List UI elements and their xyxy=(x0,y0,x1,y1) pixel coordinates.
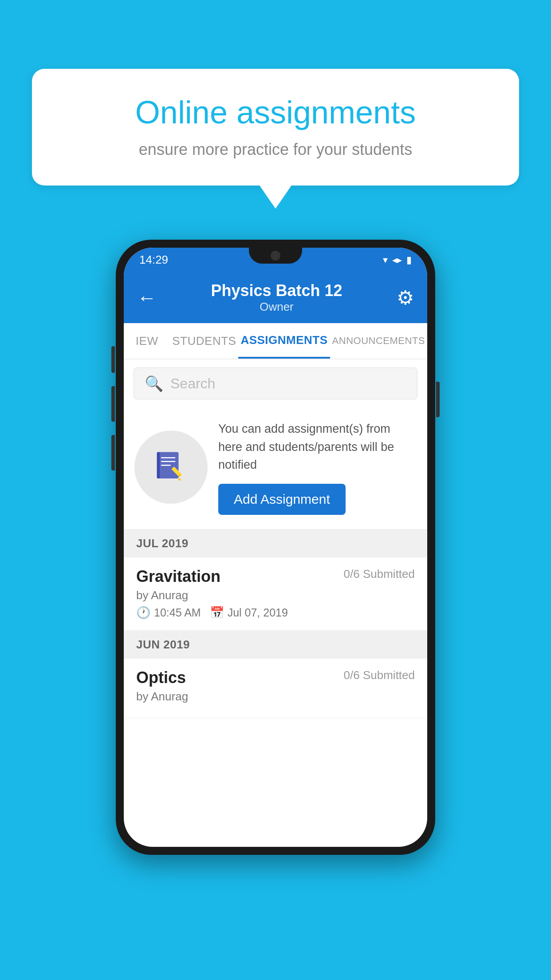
speech-bubble-subtitle: ensure more practice for your students xyxy=(61,140,490,159)
header-title-block: Physics Batch 12 Owner xyxy=(211,281,342,314)
speech-bubble: Online assignments ensure more practice … xyxy=(32,69,519,186)
clock-icon: 🕐 xyxy=(136,606,150,620)
volume-down-button xyxy=(111,435,115,470)
assignment-submitted: 0/6 Submitted xyxy=(344,567,415,581)
app-header: ← Physics Batch 12 Owner ⚙ xyxy=(124,272,427,323)
content-area: 🔍 Search xyxy=(124,360,427,718)
promo-text-block: You can add assignment(s) from here and … xyxy=(218,420,417,515)
phone-notch xyxy=(249,248,302,264)
battery-icon: ▮ xyxy=(406,254,412,266)
back-button[interactable]: ← xyxy=(137,287,157,309)
tab-announcements[interactable]: ANNOUNCEMENTS xyxy=(330,323,427,359)
status-time: 14:29 xyxy=(139,253,168,267)
meta-time: 🕐 10:45 AM xyxy=(136,606,201,620)
search-icon: 🔍 xyxy=(145,375,163,392)
section-header-jun: JUN 2019 xyxy=(124,631,427,659)
assignment-item-optics[interactable]: Optics 0/6 Submitted by Anurag xyxy=(124,659,427,718)
signal-icon: ◂▸ xyxy=(392,254,402,266)
power-button xyxy=(436,382,440,417)
settings-icon[interactable]: ⚙ xyxy=(397,286,414,309)
svg-rect-1 xyxy=(157,452,160,479)
tab-students[interactable]: STUDENTS xyxy=(170,323,238,359)
volume-up-button xyxy=(111,386,115,422)
meta-date-value: Jul 07, 2019 xyxy=(228,606,288,619)
speech-bubble-title: Online assignments xyxy=(61,93,490,131)
notebook-icon xyxy=(152,448,190,486)
section-header-jul: JUL 2019 xyxy=(124,530,427,557)
front-camera xyxy=(271,251,280,261)
assignment-name: Gravitation xyxy=(136,567,220,586)
assignment-item-gravitation[interactable]: Gravitation 0/6 Submitted by Anurag 🕐 10… xyxy=(124,557,427,631)
status-icons: ▾ ◂▸ ▮ xyxy=(383,254,412,266)
search-input[interactable]: Search xyxy=(170,375,215,392)
mute-button xyxy=(111,346,115,373)
assignment-top-row-optics: Optics 0/6 Submitted xyxy=(136,668,415,687)
calendar-icon: 📅 xyxy=(210,606,224,620)
wifi-icon: ▾ xyxy=(383,254,388,266)
promo-icon-circle xyxy=(134,431,208,504)
tabs-bar: IEW STUDENTS ASSIGNMENTS ANNOUNCEMENTS xyxy=(124,323,427,360)
meta-date: 📅 Jul 07, 2019 xyxy=(210,606,288,620)
promo-description: You can add assignment(s) from here and … xyxy=(218,420,417,474)
tab-overview[interactable]: IEW xyxy=(124,323,170,359)
header-subtitle: Owner xyxy=(211,300,342,314)
assignment-meta: 🕐 10:45 AM 📅 Jul 07, 2019 xyxy=(136,606,415,620)
assignment-by: by Anurag xyxy=(136,589,415,602)
add-assignment-button[interactable]: Add Assignment xyxy=(218,484,346,515)
search-bar[interactable]: 🔍 Search xyxy=(134,368,417,399)
assignment-submitted-optics: 0/6 Submitted xyxy=(344,668,415,682)
phone-outer-shell: 14:29 ▾ ◂▸ ▮ ← Physics Batch 12 Owner ⚙ … xyxy=(116,240,435,855)
phone-screen: 14:29 ▾ ◂▸ ▮ ← Physics Batch 12 Owner ⚙ … xyxy=(124,248,427,847)
promo-block: You can add assignment(s) from here and … xyxy=(124,407,427,530)
tab-assignments[interactable]: ASSIGNMENTS xyxy=(238,323,330,359)
assignment-name-optics: Optics xyxy=(136,668,186,687)
meta-time-value: 10:45 AM xyxy=(154,606,201,619)
search-container: 🔍 Search xyxy=(124,360,427,407)
phone-mockup: 14:29 ▾ ◂▸ ▮ ← Physics Batch 12 Owner ⚙ … xyxy=(116,240,435,855)
header-title: Physics Batch 12 xyxy=(211,281,342,300)
assignment-top-row: Gravitation 0/6 Submitted xyxy=(136,567,415,586)
assignment-by-optics: by Anurag xyxy=(136,690,415,703)
